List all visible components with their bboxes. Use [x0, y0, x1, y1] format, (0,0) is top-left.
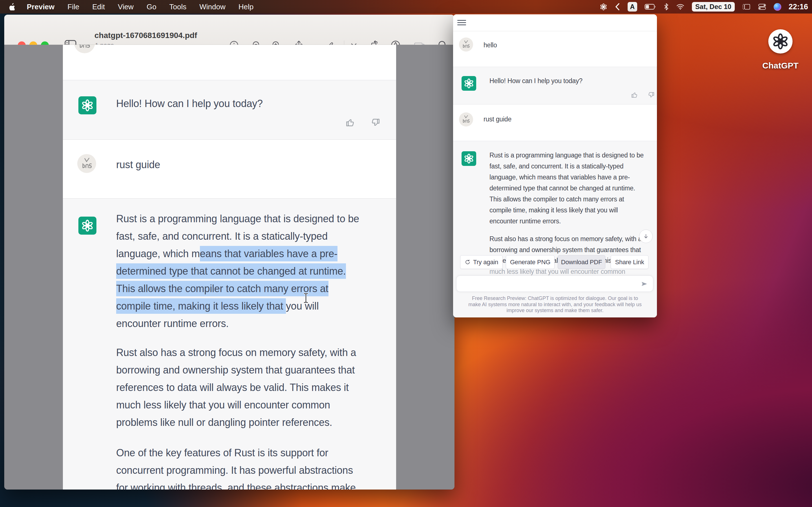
chat-footer-disclaimer: Free Research Preview: ChatGPT is optimi… [453, 295, 657, 314]
chat-row-assistant-hello: Hello! How can I help you today? [453, 67, 657, 104]
chat-row-user-hello: hello [453, 31, 657, 67]
preview-content-area: Hello! How can I help you today? rust gu… [4, 45, 455, 490]
battery-icon[interactable] [645, 3, 656, 10]
thumbs-down-icon[interactable] [370, 117, 380, 128]
preview-titlebar[interactable]: chatgpt-1670681691904.pdf 1 page [4, 15, 455, 45]
wifi-icon[interactable] [676, 3, 684, 10]
menu-help[interactable]: Help [232, 0, 260, 13]
text-line: encounter runtime errors. [116, 315, 359, 332]
user-avatar [74, 45, 95, 53]
chat-input[interactable] [456, 276, 653, 292]
openai-status-icon[interactable] [600, 3, 607, 11]
arrow-down-icon [643, 233, 649, 239]
pdf-row-user-hello [63, 45, 396, 80]
input-source-icon[interactable]: A [627, 2, 637, 11]
thumbs-down-icon[interactable] [647, 91, 655, 99]
thumbs-up-icon[interactable] [631, 91, 639, 99]
control-center-icon[interactable] [758, 3, 766, 10]
assistant-message: Hello! How can I help you today? [490, 75, 582, 87]
desktop-icon-chatgpt[interactable]: ChatGPT [758, 29, 803, 70]
ibeam-cursor [303, 292, 309, 304]
chatgpt-avatar [79, 96, 96, 114]
preview-window: chatgpt-1670681691904.pdf 1 page [4, 15, 455, 490]
selection-highlight: eans that variables have a pre- [200, 246, 338, 262]
thumbs-up-icon[interactable] [345, 117, 356, 128]
generate-png-button[interactable]: Generate PNG [506, 255, 555, 269]
chatgpt-header [453, 14, 657, 31]
user-avatar [459, 38, 473, 52]
generate-png-label: Generate PNG [510, 259, 550, 266]
text-line: language, which means that variables hav… [116, 245, 359, 263]
menu-tools[interactable]: Tools [163, 0, 193, 13]
text-line: This allows the compiler to catch many e… [116, 280, 359, 297]
menu-time[interactable]: 22:16 [789, 3, 808, 11]
chatgpt-avatar [462, 151, 476, 166]
menu-window[interactable]: Window [193, 0, 232, 13]
chatgpt-app-icon [768, 29, 793, 54]
apple-icon [8, 3, 15, 10]
menu-go[interactable]: Go [140, 0, 163, 13]
status-cluster: A Sat, Dec 10 [600, 0, 808, 13]
text-line: fast, safe, and concurrent. It is a stat… [116, 228, 359, 245]
chat-row-user-rust-guide: rust guide [453, 105, 657, 141]
chatgpt-avatar [79, 217, 96, 235]
download-pdf-button[interactable]: Download PDF [558, 255, 605, 269]
text-line: compile time, making it less likely that… [116, 297, 359, 315]
pdf-row-assistant-rust: Rust is a programming language that is d… [63, 199, 396, 490]
window-title: chatgpt-1670681691904.pdf [94, 31, 197, 40]
chatgpt-window: hello Hello! How can I help you today? r… [453, 14, 657, 318]
apple-menu[interactable] [0, 3, 20, 10]
siri-icon[interactable] [774, 3, 781, 11]
share-link-button[interactable]: Share Link [611, 255, 649, 269]
desktop-icon-label: ChatGPT [758, 61, 803, 70]
chatgpt-avatar [462, 76, 476, 91]
menu-edit[interactable]: Edit [86, 0, 111, 13]
download-pdf-label: Download PDF [561, 259, 602, 266]
chat-paragraph-1: Rust is a programming language that is d… [490, 150, 644, 227]
assistant-message: Hello! How can I help you today? [116, 95, 263, 112]
pdf-row-user-rust-guide: rust guide [63, 140, 396, 198]
selection-highlight: This allows the compiler to catch many e… [116, 281, 328, 296]
retry-icon [465, 259, 470, 265]
menu-date[interactable]: Sat, Dec 10 [692, 2, 735, 11]
user-message: rust guide [484, 114, 511, 125]
scroll-to-bottom-button[interactable] [639, 230, 653, 243]
user-message: hello [484, 40, 497, 51]
menu-view[interactable]: View [111, 0, 140, 13]
share-link-label: Share Link [615, 259, 644, 266]
menu-bar: Preview File Edit View Go Tools Window H… [0, 0, 812, 13]
user-message: rust guide [116, 156, 160, 173]
send-icon[interactable] [641, 281, 648, 287]
hamburger-menu-icon[interactable] [457, 20, 466, 25]
text-line: determined type that cannot be changed a… [116, 263, 359, 280]
pdf-paragraph-1: Rust is a programming language that is d… [116, 210, 359, 332]
user-avatar [77, 154, 96, 173]
chevron-left-icon[interactable] [615, 3, 620, 10]
screen-mirroring-icon[interactable] [742, 3, 751, 10]
bluetooth-icon[interactable] [664, 3, 669, 11]
selection-highlight: determined type that cannot be changed a… [116, 263, 346, 279]
try-again-button[interactable]: Try again [460, 255, 503, 269]
selection-highlight: compile time, making it less likely that [116, 298, 286, 314]
pdf-paragraph-2: Rust also has a strong focus on memory s… [116, 344, 356, 431]
chat-paragraph-2: Rust also has a strong focus on memory s… [490, 233, 642, 256]
pdf-row-assistant-hello: Hello! How can I help you today? [63, 80, 396, 139]
try-again-label: Try again [473, 259, 498, 266]
pdf-paragraph-3: One of the key features of Rust is its s… [116, 444, 356, 490]
text-line: Rust is a programming language that is d… [116, 210, 359, 228]
pdf-page[interactable]: Hello! How can I help you today? rust gu… [63, 45, 396, 490]
menu-app-name[interactable]: Preview [20, 0, 61, 13]
user-avatar [459, 112, 473, 126]
menu-file[interactable]: File [61, 0, 86, 13]
